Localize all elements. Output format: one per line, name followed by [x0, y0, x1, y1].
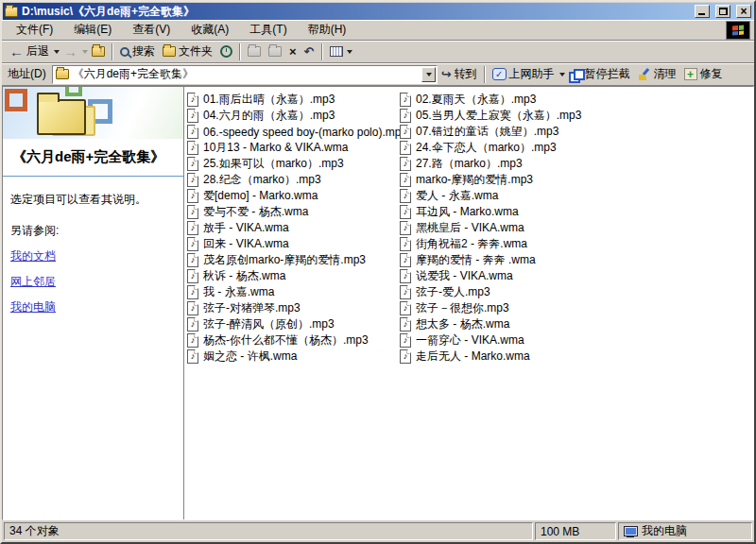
file-item[interactable]: ♪27.路（marko）.mp3 — [400, 156, 581, 172]
file-item[interactable]: ♪黑桃皇后 - VIKA.wma — [400, 220, 581, 236]
file-item[interactable]: ♪我 - 永嘉.wma — [187, 284, 407, 300]
web-helper-button[interactable]: ✓ 上网助手 — [489, 64, 558, 84]
file-item[interactable]: ♪一箭穿心 - VIKA.wma — [400, 332, 581, 348]
address-dropdown-button[interactable] — [421, 67, 436, 82]
file-name: 街角祝福2 - 奔奔.wma — [416, 236, 527, 252]
file-item[interactable]: ♪弦子-爱人.mp3 — [400, 284, 581, 300]
go-button[interactable]: ↪ 转到 — [438, 64, 481, 84]
file-name: 姻之恋 - 许枫.wma — [203, 348, 297, 365]
repair-button[interactable]: + 修复 — [680, 64, 727, 84]
title-bar[interactable]: D:\music\《六月de雨+完全歌集》 × — [3, 3, 753, 20]
file-name: 回来 - VIKA.wma — [203, 236, 289, 252]
link-my-computer[interactable]: 我的电脑 — [10, 299, 176, 315]
file-item[interactable]: ♪24.伞下恋人（marko）.mp3 — [400, 140, 581, 156]
pause-block-button[interactable]: 暂停拦截 — [565, 64, 634, 84]
file-name: 说爱我 - VIKA.wma — [416, 268, 513, 284]
folders-button[interactable]: 文件夹 — [159, 42, 216, 61]
file-name: 25.如果可以（marko）.mp3 — [203, 156, 344, 172]
minimize-button[interactable] — [695, 5, 710, 18]
file-item[interactable]: ♪杨杰-你什么都不懂（杨杰）.mp3 — [187, 332, 407, 348]
menu-view[interactable]: 查看(V) — [122, 20, 180, 40]
audio-file-icon: ♪ — [187, 253, 198, 267]
file-item[interactable]: ♪弦子-醉清风（原创）.mp3 — [187, 316, 407, 332]
file-item[interactable]: ♪07.错过的童话（姚望）.mp3 — [400, 124, 581, 140]
file-item[interactable]: ♪耳边风 - Marko.wma — [400, 204, 581, 220]
delete-button[interactable]: × — [285, 42, 301, 61]
move-to-button[interactable] — [244, 42, 265, 61]
menu-help[interactable]: 帮助(H) — [298, 20, 357, 40]
menu-edit[interactable]: 编辑(E) — [63, 20, 122, 40]
up-button[interactable]: ↑ — [88, 42, 109, 61]
audio-file-icon: ♪ — [400, 301, 411, 315]
file-item[interactable]: ♪爱与不爱 - 杨杰.wma — [187, 204, 407, 220]
file-name: 爱人 - 永嘉.wma — [416, 188, 498, 204]
file-item[interactable]: ♪回来 - VIKA.wma — [187, 236, 407, 252]
views-button[interactable] — [326, 42, 356, 61]
audio-file-icon: ♪ — [400, 157, 411, 171]
file-name: 05.当男人爱上寂寞（永嘉）.mp3 — [416, 108, 581, 124]
audio-file-icon: ♪ — [187, 125, 198, 139]
copy-to-button[interactable] — [265, 42, 285, 61]
search-button[interactable]: 搜索 — [116, 42, 159, 61]
file-name: 10月13 - Marko & VIKA.wma — [203, 140, 348, 156]
link-network-places[interactable]: 网上邻居 — [10, 274, 176, 290]
file-item[interactable]: ♪弦子－很想你.mp3 — [400, 300, 581, 316]
file-list-column-1: ♪01.雨后出晴（永嘉）.mp3♪04.六月的雨（永嘉）.mp3♪06.-spe… — [187, 92, 407, 365]
file-item[interactable]: ♪10月13 - Marko & VIKA.wma — [187, 140, 407, 156]
up-folder-icon: ↑ — [92, 46, 105, 57]
file-item[interactable]: ♪爱人 - 永嘉.wma — [400, 188, 581, 204]
file-item[interactable]: ♪放手 - VIKA.wma — [187, 220, 407, 236]
forward-button[interactable]: → — [60, 42, 81, 61]
file-item[interactable]: ♪01.雨后出晴（永嘉）.mp3 — [187, 92, 407, 108]
file-item[interactable]: ♪摩羯的爱情 - 奔奔 .wma — [400, 252, 581, 268]
standard-toolbar: ← 后退 → ↑ 搜索 文件夹 × — [2, 41, 754, 63]
file-name: 黑桃皇后 - VIKA.wma — [416, 220, 524, 236]
menu-file[interactable]: 文件(F) — [6, 20, 63, 40]
file-name: 茂名原创marko-摩羯的爱情.mp3 — [203, 252, 366, 268]
file-item[interactable]: ♪爱[demo] - Marko.wma — [187, 188, 407, 204]
file-item[interactable]: ♪秋诉 - 杨杰.wma — [187, 268, 407, 284]
explorer-window: D:\music\《六月de雨+完全歌集》 × 文件(F) 编辑(E) 查看(V… — [0, 0, 756, 544]
undo-icon: ↶ — [304, 45, 315, 58]
close-button[interactable]: × — [736, 5, 751, 18]
file-item[interactable]: ♪街角祝福2 - 奔奔.wma — [400, 236, 581, 252]
menu-favorites[interactable]: 收藏(A) — [180, 20, 239, 40]
folder-content: 《六月de雨+完全歌集》 选定项目可以查看其说明。 另请参阅: 我的文档 网上邻… — [2, 86, 754, 520]
clean-button[interactable]: 清理 — [634, 64, 680, 84]
file-item[interactable]: ♪说爱我 - VIKA.wma — [400, 268, 581, 284]
file-item[interactable]: ♪茂名原创marko-摩羯的爱情.mp3 — [187, 252, 407, 268]
file-item[interactable]: ♪姻之恋 - 许枫.wma — [187, 348, 407, 365]
link-my-documents[interactable]: 我的文档 — [10, 248, 176, 264]
toolbar-separator — [239, 43, 241, 60]
decor-bracket-orange — [5, 89, 27, 111]
file-item[interactable]: ♪06.-speedy speed boy-(marko polo).mp3 — [187, 124, 407, 140]
file-item[interactable]: ♪02.夏雨天（永嘉）.mp3 — [400, 92, 581, 108]
file-name: 走后无人 - Marko.wma — [416, 348, 530, 365]
close-icon: × — [740, 6, 747, 17]
folder-title: 《六月de雨+完全歌集》 — [3, 139, 183, 176]
selection-hint: 选定项目可以查看其说明。 — [3, 177, 183, 208]
file-item[interactable]: ♪marko-摩羯的爱情.mp3 — [400, 172, 581, 188]
undo-button[interactable]: ↶ — [301, 42, 318, 61]
file-item[interactable]: ♪04.六月的雨（永嘉）.mp3 — [187, 108, 407, 124]
status-zone-label: 我的电脑 — [642, 523, 687, 539]
file-item[interactable]: ♪25.如果可以（marko）.mp3 — [187, 156, 407, 172]
file-name: 28.纪念（marko）.mp3 — [203, 172, 321, 188]
menu-tools[interactable]: 工具(T) — [239, 20, 297, 40]
file-item[interactable]: ♪想太多 - 杨杰.wma — [400, 316, 581, 332]
address-dropdown-caret — [426, 73, 432, 76]
file-item[interactable]: ♪弦子-对猪弹琴.mp3 — [187, 300, 407, 316]
restore-button[interactable] — [715, 5, 730, 18]
file-name: 想太多 - 杨杰.wma — [416, 316, 509, 332]
audio-file-icon: ♪ — [187, 93, 198, 107]
address-combo[interactable]: 《六月de雨+完全歌集》 — [52, 65, 438, 84]
back-button[interactable]: ← 后退 — [6, 42, 53, 61]
address-bar: 地址(D) 《六月de雨+完全歌集》 ↪ 转到 ✓ 上网助手 暂停拦截 清理 +… — [2, 63, 754, 86]
address-input[interactable]: 《六月de雨+完全歌集》 — [73, 66, 418, 82]
file-item[interactable]: ♪05.当男人爱上寂寞（永嘉）.mp3 — [400, 108, 581, 124]
addressbar-separator — [484, 66, 486, 83]
file-name: 02.夏雨天（永嘉）.mp3 — [416, 92, 536, 108]
file-item[interactable]: ♪走后无人 - Marko.wma — [400, 348, 581, 365]
history-button[interactable] — [216, 42, 236, 61]
file-item[interactable]: ♪28.纪念（marko）.mp3 — [187, 172, 407, 188]
